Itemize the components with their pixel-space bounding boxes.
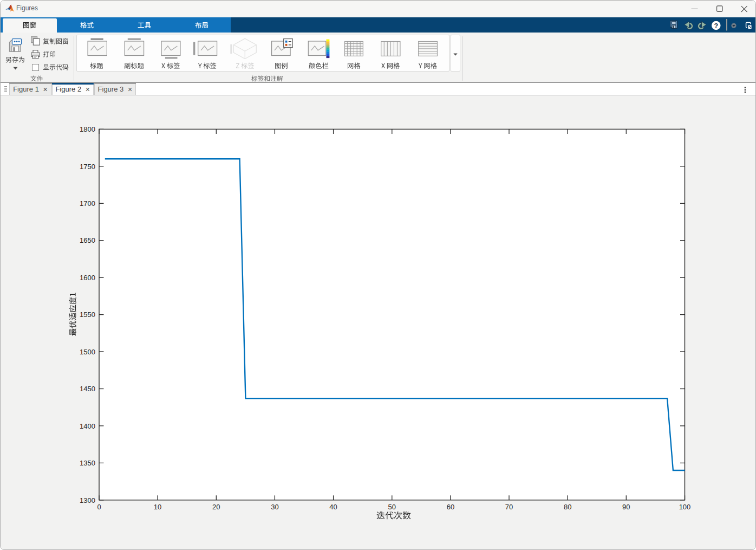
svg-text:1400: 1400 [80,422,95,430]
svg-text:70: 70 [505,503,513,511]
svg-text:10: 10 [154,503,161,511]
svg-text:20: 20 [212,503,220,511]
svg-text:90: 90 [622,503,630,511]
svg-text:1650: 1650 [80,236,95,244]
svg-text:100: 100 [679,503,691,511]
svg-text:?: ? [714,22,718,29]
svg-text:1300: 1300 [80,496,95,504]
svg-text:40: 40 [329,503,337,511]
svg-text:50: 50 [388,503,396,511]
svg-text:80: 80 [564,503,571,511]
svg-text:1750: 1750 [80,163,95,171]
svg-text:60: 60 [447,503,454,511]
svg-text:1500: 1500 [80,348,95,356]
svg-text:1450: 1450 [80,385,95,393]
svg-text:30: 30 [271,503,278,511]
svg-text:0: 0 [97,503,101,511]
svg-text:1600: 1600 [80,274,95,282]
svg-text:1350: 1350 [80,459,95,467]
svg-text:1550: 1550 [80,310,95,319]
svg-text:1800: 1800 [80,125,95,133]
svg-text:1700: 1700 [80,199,95,208]
